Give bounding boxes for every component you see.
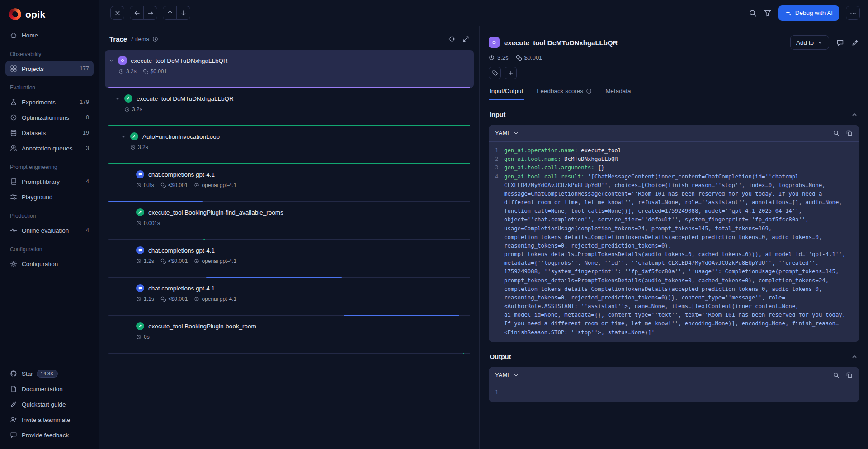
crosshair-icon[interactable] <box>448 36 455 42</box>
tab-metadata[interactable]: Metadata <box>604 87 632 100</box>
sidebar-item-label: Annotation queues <box>22 145 73 152</box>
sidebar-item-projects[interactable]: Projects177 <box>5 61 94 76</box>
input-format-select[interactable]: YAML <box>495 130 519 136</box>
line-number: 4 <box>492 173 504 337</box>
trace-row[interactable]: chat.completions gpt-4.11.1s<$0.001opena… <box>105 278 474 316</box>
sidebar-item-configuration[interactable]: Configuration <box>5 256 94 271</box>
next-trace-button[interactable] <box>143 6 157 20</box>
sidebar: opik HomeObservabilityProjects177Evaluat… <box>0 0 99 449</box>
add-to-button[interactable]: Add to <box>790 35 829 50</box>
trace-row[interactable]: execute_tool DcMTuDNxhgaLLbQR3.2s <box>105 88 474 126</box>
chevron-down-icon[interactable] <box>108 57 115 64</box>
span-model: openai gpt-4.1 <box>194 258 236 264</box>
rocket-icon <box>10 401 17 408</box>
trace-row[interactable]: chat.completions gpt-4.10.8s<$0.001opena… <box>105 164 474 202</box>
timeline-bar <box>463 353 464 354</box>
sidebar-item-label: Online evaluation <box>22 227 69 234</box>
down-button[interactable] <box>176 6 190 20</box>
brand[interactable]: opik <box>5 6 94 28</box>
item-count-badge: 177 <box>80 65 89 72</box>
item-count-badge: 0 <box>86 114 89 121</box>
collapse-output-icon[interactable] <box>851 353 858 360</box>
span-duration: 3.2s <box>130 144 148 150</box>
item-count-badge: 179 <box>80 99 89 105</box>
code-search-icon[interactable] <box>833 130 840 136</box>
sidebar-item-invite-a-teammate[interactable]: Invite a teammate <box>5 412 94 427</box>
add-to-label: Add to <box>796 39 814 46</box>
output-code-header: YAML <box>489 367 859 384</box>
close-button[interactable] <box>110 6 124 20</box>
copy-icon[interactable] <box>846 372 853 379</box>
users-icon <box>10 145 17 152</box>
sidebar-item-label: Projects <box>22 65 44 72</box>
span-duration: 0s <box>136 334 150 340</box>
chevron-down-icon <box>513 130 519 136</box>
trace-panel-actions <box>448 36 469 42</box>
trace-row[interactable]: execute_tool BookingPlugin-find_availabl… <box>105 202 474 240</box>
sidebar-item-playground[interactable]: Playground <box>5 189 94 205</box>
tab-feedback-scores[interactable]: Feedback scores <box>536 87 593 100</box>
collapse-input-icon[interactable] <box>851 111 858 118</box>
sidebar-item-label: Prompt library <box>22 178 60 185</box>
search-icon[interactable] <box>749 9 757 17</box>
detail-tabs: Input/Output Feedback scores Metadata <box>489 87 859 100</box>
pulse-icon <box>10 227 17 234</box>
trace-nav-buttons <box>130 6 157 20</box>
sidebar-item-optimization-runs[interactable]: Optimization runs0 <box>5 110 94 125</box>
sidebar-item-provide-feedback[interactable]: Provide feedback <box>5 427 94 443</box>
opik-logo-icon <box>9 8 21 20</box>
output-format-select[interactable]: YAML <box>495 372 519 379</box>
output-section-title: Output <box>490 353 511 360</box>
sidebar-item-quickstart-guide[interactable]: Quickstart guide <box>5 397 94 412</box>
chevron-down-icon <box>513 372 519 378</box>
trace-items-count: 7 items <box>130 36 149 42</box>
prev-trace-button[interactable] <box>130 6 144 20</box>
more-options-button[interactable] <box>846 6 860 20</box>
tool-span-icon <box>136 208 144 216</box>
sidebar-item-star[interactable]: Star14.3K <box>5 366 94 381</box>
trace-panel-header: Trace 7 items <box>99 35 479 50</box>
details-tag-buttons <box>489 67 859 79</box>
chevron-down-icon[interactable] <box>120 133 127 140</box>
trace-rows: execute_tool DcMTuDNxhgaLLbQR3.2s$0.001e… <box>99 50 479 354</box>
debug-with-ai-button[interactable]: Debug with AI <box>778 5 839 21</box>
sidebar-item-online-evaluation[interactable]: Online evaluation4 <box>5 223 94 238</box>
chevron-down-icon[interactable] <box>114 95 121 102</box>
add-tag-button[interactable] <box>489 67 501 79</box>
plus-button[interactable] <box>505 67 517 79</box>
span-cost: <$0.001 <box>160 258 188 264</box>
sidebar-item-prompt-library[interactable]: Prompt library4 <box>5 174 94 189</box>
filter-icon[interactable] <box>764 9 772 17</box>
gear-icon <box>10 260 17 267</box>
trace-row[interactable]: execute_tool DcMTuDNxhgaLLbQR3.2s$0.001 <box>105 50 474 88</box>
sidebar-item-home[interactable]: Home <box>5 28 94 43</box>
line-number: 3 <box>492 164 504 172</box>
sidebar-item-documentation[interactable]: Documentation <box>5 381 94 397</box>
sidebar-section-title: Configuration <box>5 238 94 256</box>
expand-all-icon[interactable] <box>462 36 469 42</box>
cost-icon <box>516 55 522 61</box>
comments-icon[interactable] <box>836 39 844 47</box>
code-line: 3gen_ai.tool.call.arguments: {} <box>492 164 853 172</box>
sidebar-item-annotation-queues[interactable]: Annotation queues3 <box>5 140 94 156</box>
timeline-track <box>108 353 470 354</box>
span-duration: 3.2s <box>118 68 137 75</box>
details-meta: 3.2s $0.001 <box>489 54 859 61</box>
tool-span-icon <box>130 132 138 140</box>
info-icon <box>586 88 592 94</box>
trace-span-icon <box>118 56 127 65</box>
line-number: 1 <box>492 146 504 155</box>
llm-span-icon <box>136 246 144 254</box>
up-button[interactable] <box>163 6 177 20</box>
sidebar-item-experiments[interactable]: Experiments179 <box>5 94 94 110</box>
copy-icon[interactable] <box>846 130 853 136</box>
code-search-icon[interactable] <box>833 372 840 379</box>
edit-icon[interactable] <box>851 39 859 47</box>
span-title: chat.completions gpt-4.1 <box>148 285 215 292</box>
trace-row[interactable]: chat.completions gpt-4.11.2s<$0.001opena… <box>105 240 474 278</box>
sidebar-item-datasets[interactable]: Datasets19 <box>5 125 94 140</box>
trace-row[interactable]: AutoFunctionInvocationLoop3.2s <box>105 126 474 164</box>
brand-name: opik <box>25 9 45 20</box>
trace-row[interactable]: execute_tool BookingPlugin-book_room0s <box>105 316 474 354</box>
tab-input-output[interactable]: Input/Output <box>489 87 524 100</box>
